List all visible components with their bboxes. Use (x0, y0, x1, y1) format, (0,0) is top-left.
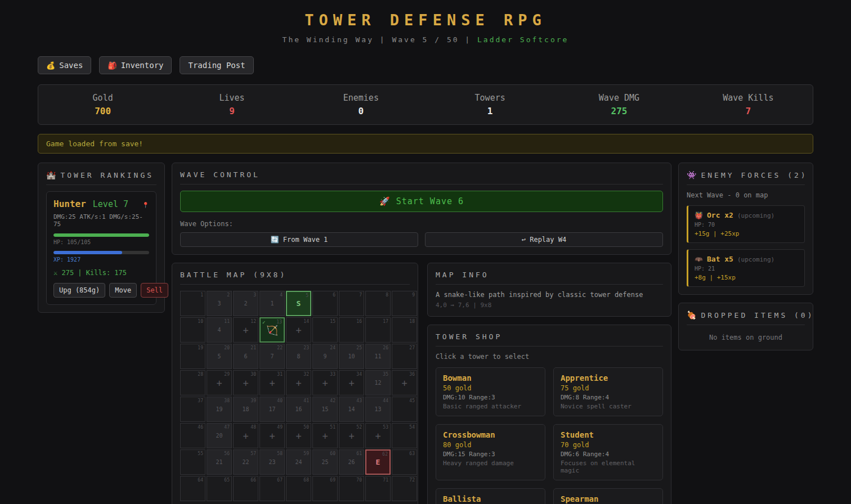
enemy-card-orc: 👹 Orc x2 (upcoming) HP: 70 +15g | +25xp (687, 205, 805, 243)
shop-tower-name: Crossbowman (443, 430, 538, 439)
tower-level: Level 7 (93, 199, 136, 209)
empty-cell (181, 371, 205, 395)
replay-wave-button[interactable]: ↩ Replay W4 (425, 232, 663, 247)
stat-wave-kills-label: Wave Kills (684, 93, 813, 103)
map-buildable-cell-51[interactable]: 51+ (312, 423, 338, 448)
shop-card-crossbowman[interactable]: Crossbowman 80 gold DMG:15 Range:3 Heavy… (436, 424, 545, 480)
map-path-cell-58: 5823 (259, 449, 285, 475)
shop-card-apprentice[interactable]: Apprentice 75 gold DMG:8 Range:4 Novice … (553, 367, 663, 416)
empty-cell (260, 476, 284, 501)
map-cell-15: 15 (312, 317, 338, 343)
bow-tower-icon: 🏹 (261, 318, 284, 341)
place-tower-plus: + (286, 318, 311, 342)
map-path-cell-59: 5924 (286, 449, 311, 475)
shop-card-student[interactable]: Student 70 gold DMG:6 Range:4 Focuses on… (553, 424, 663, 480)
castle-icon: 🏰 (46, 170, 56, 179)
map-path-cell-11: 114 (207, 317, 232, 343)
xp-text: XP: 1927 (53, 256, 149, 263)
inventory-button[interactable]: 🎒 Inventory (99, 56, 172, 74)
map-buildable-cell-49[interactable]: 49+ (259, 423, 285, 448)
shop-card-ballista[interactable]: Ballista 120 gold DMG:30 Range:2 Slow bu… (436, 488, 545, 504)
map-cell-72: 72 (392, 476, 417, 501)
page: TOWER DEFENSE RPG The Winding Way | Wave… (38, 0, 813, 504)
empty-cell (234, 476, 258, 501)
place-tower-plus: + (339, 424, 364, 448)
shop-tower-desc: Basic ranged attacker (443, 403, 538, 410)
enemy-reward: +8g | +15xp (695, 274, 798, 281)
map-path-cell-4: 41 (259, 291, 285, 316)
shop-card-bowman[interactable]: Bowman 50 gold DMG:10 Range:3 Basic rang… (436, 367, 545, 416)
tower-shop-title: TOWER SHOP (436, 332, 502, 341)
shop-tower-name: Ballista (443, 494, 538, 503)
shop-card-spearman[interactable]: Spearman 60 gold DMG:12 Range:2 Melee de… (553, 488, 663, 504)
map-buildable-cell-36[interactable]: 36+ (392, 370, 417, 395)
place-tower-plus: + (313, 371, 337, 395)
map-buildable-cell-14[interactable]: 14+ (286, 317, 311, 343)
shop-tower-price: 70 gold (561, 441, 656, 449)
empty-cell (181, 344, 205, 368)
map-buildable-cell-12[interactable]: 12+ (233, 317, 258, 343)
wave-options-label: Wave Options: (180, 220, 663, 228)
path-order-number: 1 (260, 291, 284, 316)
map-path-cell-20: 205 (207, 344, 232, 369)
enemy-forces-panel: 👾 ENEMY FORCES (2) Next Wave - 0 on map … (678, 163, 813, 295)
map-buildable-cell-33[interactable]: 33+ (312, 370, 338, 395)
stat-enemies: Enemies 0 (297, 93, 425, 116)
map-cell-9: 9 (392, 291, 417, 316)
map-path-cell-23: 238 (286, 344, 311, 369)
empty-cell (366, 318, 390, 342)
map-buildable-cell-29[interactable]: 29+ (207, 370, 232, 395)
from-wave-1-button[interactable]: 🔄 From Wave 1 (180, 232, 418, 247)
place-tower-plus: + (234, 424, 258, 448)
empty-cell (392, 344, 416, 368)
enemy-status: (upcoming) (737, 256, 774, 263)
xp-bar-fill (53, 251, 122, 254)
map-path-cell-60: 6025 (312, 449, 338, 475)
map-path-cell-39: 3918 (233, 397, 258, 422)
shop-tower-stats: DMG:15 Range:3 (443, 451, 538, 458)
map-path-cell-43: 4314 (339, 397, 364, 422)
map-path-cell-26: 2611 (365, 344, 391, 369)
battle-map-grid: 12332415S67891011412+13✓🏹14+151617181920… (180, 291, 410, 501)
end-marker: E (366, 451, 389, 474)
map-buildable-cell-30[interactable]: 30+ (233, 370, 258, 395)
path-order-number: 14 (339, 397, 364, 421)
map-tower-cell[interactable]: 13✓🏹 (259, 317, 285, 343)
move-button[interactable]: Move (109, 283, 137, 298)
stat-towers-value: 1 (425, 106, 554, 116)
shop-tower-name: Student (561, 430, 656, 439)
center-bottom-row: BATTLE MAP (9X8) 12332415S67891011412+13… (172, 263, 671, 504)
alien-monster-icon: 👾 (687, 170, 696, 179)
battle-map-panel: BATTLE MAP (9X8) 12332415S67891011412+13… (172, 263, 418, 504)
map-wave-label: The Winding Way | Wave 5 / 50 | (283, 35, 472, 44)
path-order-number: 22 (234, 450, 258, 474)
enemy-status: (upcoming) (737, 212, 774, 219)
saves-button[interactable]: 💰 Saves (38, 56, 91, 74)
place-tower-plus: + (339, 371, 364, 395)
map-path-cell-25: 2510 (339, 344, 364, 369)
sell-button[interactable]: Sell (141, 283, 168, 298)
map-cell-46: 46 (180, 423, 205, 448)
map-buildable-cell-53[interactable]: 53+ (365, 423, 391, 448)
upgrade-button[interactable]: Upg (854g) (53, 283, 105, 298)
trading-post-button[interactable]: Trading Post (180, 56, 253, 74)
map-buildable-cell-52[interactable]: 52+ (339, 423, 364, 448)
stat-towers-label: Towers (425, 93, 554, 103)
enemy-name: Bat x5 (707, 255, 733, 263)
shop-tower-stats: DMG:6 Range:4 (561, 451, 656, 458)
map-buildable-cell-31[interactable]: 31+ (259, 370, 285, 395)
inventory-button-label: Inventory (121, 61, 164, 70)
map-cell-8: 8 (365, 291, 391, 316)
main-area: 🏰 TOWER RANKINGS Hunter Level 7 📍 DMG:25… (38, 163, 813, 504)
stat-gold-label: Gold (38, 93, 167, 103)
map-buildable-cell-48[interactable]: 48+ (233, 423, 258, 448)
path-order-number: 5 (207, 344, 231, 368)
map-buildable-cell-50[interactable]: 50+ (286, 423, 311, 448)
path-order-number: 4 (207, 318, 231, 342)
empty-cell (339, 318, 364, 342)
start-wave-button[interactable]: 🚀 Start Wave 6 (180, 191, 663, 212)
map-buildable-cell-34[interactable]: 34+ (339, 370, 364, 395)
map-description: A snake-like path inspired by classic to… (436, 291, 663, 299)
map-path-cell-24: 249 (312, 344, 338, 369)
map-buildable-cell-32[interactable]: 32+ (286, 370, 311, 395)
